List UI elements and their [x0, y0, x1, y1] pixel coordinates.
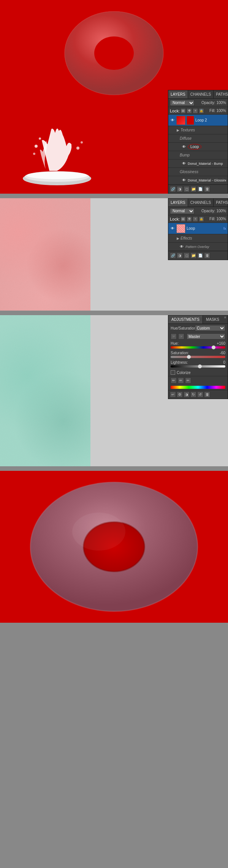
mask-thumb-loop2 — [187, 116, 194, 125]
tab-channels-2[interactable]: CHANNELS — [188, 199, 214, 207]
adjustment-icon-2[interactable]: ◑ — [177, 253, 183, 259]
blend-mode-select-2[interactable]: Normal — [170, 208, 195, 214]
svg-rect-12 — [0, 198, 90, 311]
finger-icon-1[interactable]: ☞ — [171, 333, 177, 339]
adj-btn-2[interactable]: ⚙ — [177, 391, 183, 398]
tri-textures: ▶ — [177, 128, 179, 132]
lock-row-1: Lock: ▤ ✥ + 🔒 Fill: 100% — [168, 107, 228, 115]
link-icon-1[interactable]: 🔗 — [170, 186, 176, 192]
hue-slider-row: Hue: +160 — [168, 341, 228, 350]
hue-sat-label-row: Hue/Saturation Custom — [168, 324, 228, 332]
sub-pattern-2[interactable]: 👁 Pattern Overlay — [168, 243, 228, 251]
thumb-loop-2 — [176, 224, 185, 233]
hue-sat-name: Hue/Saturation — [171, 326, 193, 330]
channel-select[interactable]: Master — [187, 333, 225, 339]
folder-icon-1[interactable]: 📁 — [190, 186, 196, 192]
hue-slider-bar[interactable] — [171, 346, 225, 349]
tab-paths-1[interactable]: PATHS — [214, 90, 228, 98]
move-icon-1[interactable]: ✥ — [187, 108, 192, 114]
eye-icon-loop[interactable]: 👁 — [181, 144, 187, 150]
sub-effects-2[interactable]: ▶ Effects — [168, 234, 228, 243]
panel-tabs-1: LAYERS CHANNELS PATHS ≡ — [168, 90, 228, 99]
adjustment-icon-1[interactable]: ◑ — [177, 186, 183, 192]
finger-icon-2[interactable]: ☞ — [178, 333, 184, 339]
colorize-row: Colorize — [168, 369, 228, 376]
eye-icon-dgloss[interactable]: 👁 — [181, 178, 187, 183]
hue-label-row: Hue: +160 — [171, 341, 225, 346]
light-slider-thumb[interactable] — [198, 365, 202, 368]
eyedrop-icon-2[interactable]: ✏ — [178, 377, 184, 383]
separator-1 — [0, 194, 228, 198]
eye-loop-2[interactable]: 👁 — [170, 226, 175, 231]
blend-mode-select-1[interactable]: Normal — [170, 100, 195, 106]
sub-loop[interactable]: 👁 Loop — [168, 143, 228, 151]
sub-glossiness[interactable]: Glossiness — [168, 168, 228, 176]
svg-point-9 — [76, 147, 79, 150]
lock-row-2: Lock: ▤ ✥ + 🔒 Fill: 100% — [168, 215, 228, 223]
svg-point-6 — [35, 145, 38, 148]
lock-icon-2a[interactable]: ▤ — [180, 216, 186, 222]
separator-3 — [0, 466, 228, 471]
trash-icon-2[interactable]: 🗑 — [204, 253, 210, 259]
eye-pattern-2[interactable]: 👁 — [179, 244, 184, 249]
eyedrop-icon-3[interactable]: ✏ — [185, 377, 191, 383]
section2-pink: LAYERS CHANNELS PATHS ≡ Normal Opacity: … — [0, 198, 228, 311]
trash-icon-1[interactable]: 🗑 — [204, 186, 210, 192]
tab-layers-2[interactable]: LAYERS — [168, 199, 188, 207]
eyedrop-icon-1[interactable]: ✏ — [171, 377, 177, 383]
sub-effects-name-2: Effects — [180, 236, 192, 240]
preset-select[interactable]: Custom — [195, 325, 225, 331]
light-slider-bar[interactable] — [171, 365, 225, 368]
mask-icon-2[interactable]: ◻ — [184, 253, 190, 259]
pin-icon-1[interactable]: + — [193, 108, 198, 114]
sub-diffuse[interactable]: Diffuse — [168, 134, 228, 143]
newlayer-icon-1[interactable]: 📄 — [197, 186, 203, 192]
link-icon-2[interactable]: 🔗 — [170, 253, 176, 259]
adj-close[interactable]: ≡ — [224, 316, 228, 324]
chain-icon-1[interactable]: 🔒 — [199, 108, 204, 114]
sub-bump[interactable]: Bump — [168, 151, 228, 159]
sub-name-textures: Textures — [180, 128, 195, 132]
adj-btn-6[interactable]: 🗑 — [204, 391, 210, 398]
tab-adjustments[interactable]: ADJUSTMENTS — [168, 316, 203, 324]
layer-loop-2[interactable]: 👁 Loop fx — [168, 223, 228, 234]
colorize-checkbox[interactable] — [171, 370, 175, 375]
sub-textures[interactable]: ▶ Textures — [168, 126, 228, 134]
svg-point-10 — [81, 141, 83, 144]
panel-bottom-1: 🔗 ◑ ◻ 📁 📄 🗑 — [168, 185, 228, 193]
pin-icon-2[interactable]: + — [193, 216, 198, 222]
spectrum-bar — [171, 386, 225, 389]
move-icon-2[interactable]: ✥ — [187, 216, 192, 222]
mask-icon-1[interactable]: ◻ — [184, 186, 190, 192]
tri-effects-2: ▶ — [177, 237, 179, 240]
eye-icon-dbump[interactable]: 👁 — [181, 161, 187, 166]
adj-btn-1[interactable]: ↩ — [170, 391, 176, 398]
adj-btn-5[interactable]: ↺ — [197, 391, 203, 398]
svg-point-11 — [27, 172, 87, 179]
adj-btn-4[interactable]: ↻ — [190, 391, 196, 398]
tab-masks[interactable]: MASKS — [203, 316, 222, 324]
tab-channels-1[interactable]: CHANNELS — [188, 90, 214, 98]
folder-icon-2[interactable]: 📁 — [190, 253, 196, 259]
blend-mode-row-2: Normal Opacity: 100% — [168, 207, 228, 215]
chain-icon-2[interactable]: 🔒 — [199, 216, 204, 222]
tab-paths-2[interactable]: PATHS — [214, 199, 228, 207]
hue-slider-thumb[interactable] — [212, 346, 215, 349]
blend-mode-row-1: Normal Opacity: 100% — [168, 99, 228, 107]
newlayer-icon-2[interactable]: 📄 — [197, 253, 203, 259]
sub-donut-gloss[interactable]: 👁 Donut_Material - Glossiness — [168, 176, 228, 185]
sat-gradient — [171, 356, 225, 358]
sat-label-row: Saturation: -60 — [171, 351, 225, 355]
noise-overlay-pink — [0, 198, 90, 311]
eye-icon-loop2[interactable]: 👁 — [170, 118, 175, 123]
layer-loop2[interactable]: 👁 Loop 2 — [168, 115, 228, 126]
sat-slider-bar[interactable] — [171, 356, 225, 358]
adj-btn-3[interactable]: ◑ — [184, 391, 190, 398]
sub-pattern-name-2: Pattern Overlay — [185, 245, 209, 249]
lock-icons-2: ▤ ✥ + 🔒 — [180, 216, 204, 222]
sat-slider-row: Saturation: -60 — [168, 350, 228, 360]
sat-slider-thumb[interactable] — [187, 355, 191, 359]
sub-donut-bump[interactable]: 👁 Donut_Material - Bump — [168, 159, 228, 168]
lock-icon-1[interactable]: ▤ — [180, 108, 186, 114]
tab-layers-1[interactable]: LAYERS — [168, 90, 188, 98]
